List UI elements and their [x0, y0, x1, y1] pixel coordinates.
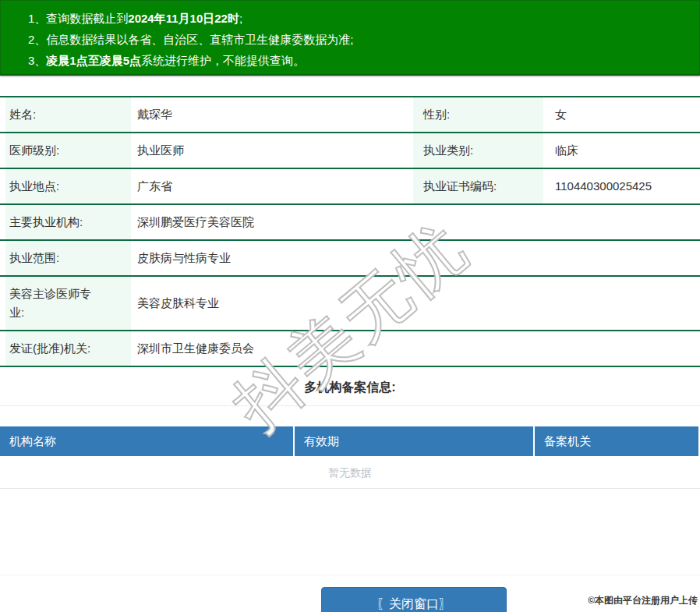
certificate-number-label: 执业证书编码: — [413, 168, 543, 204]
issuing-authority-label: 发证(批准)机关: — [0, 331, 131, 366]
practice-category-label: 执业类别: — [413, 133, 543, 168]
column-header-institution-name: 机构名称 — [0, 426, 295, 456]
main-institution-value: 深圳鹏爱医疗美容医院 — [131, 204, 700, 240]
notice-text: ; — [239, 12, 242, 25]
notice-text: 1、查询数据截止到 — [28, 12, 128, 25]
table-row: 姓名: 戴琛华 性别: 女 — [0, 97, 700, 133]
column-header-validity-period: 有效期 — [295, 426, 535, 456]
notice-line-3: 3、凌晨1点至凌晨5点系统进行维护，不能提供查询。 — [28, 50, 699, 71]
notice-text: 3、 — [28, 54, 46, 67]
notice-banner: 1、查询数据截止到2024年11月10日22时; 2、信息数据结果以各省、自治区… — [0, 0, 700, 76]
gender-value: 女 — [543, 97, 700, 133]
practice-category-value: 临床 — [543, 133, 700, 168]
notice-text: 系统进行维护，不能提供查询。 — [141, 54, 305, 67]
notice-line-2: 2、信息数据结果以各省、自治区、直辖市卫生健康委数据为准; — [28, 29, 699, 50]
practitioner-info-table: 姓名: 戴琛华 性别: 女 医师级别: 执业医师 执业类别: 临床 执业地点: … — [0, 96, 700, 367]
doctor-level-value: 执业医师 — [131, 133, 413, 168]
table-row: 执业地点: 广东省 执业证书编码: 110440300025425 — [0, 168, 700, 204]
beauty-specialty-label: 美容主诊医师专业: — [0, 276, 131, 331]
notice-bold-text: 2024年11月10日22时 — [128, 12, 239, 25]
close-window-button[interactable]: 〖关闭窗口〗 — [321, 587, 507, 612]
name-label: 姓名: — [0, 97, 131, 133]
practice-scope-value: 皮肤病与性病专业 — [131, 240, 700, 276]
table-row: 执业范围: 皮肤病与性病专业 — [0, 240, 700, 276]
empty-data-text: 暂无数据 — [0, 456, 700, 489]
table-row: 主要执业机构: 深圳鹏爱医疗美容医院 — [0, 204, 700, 240]
practice-scope-label: 执业范围: — [0, 240, 131, 276]
table-row: 医师级别: 执业医师 执业类别: 临床 — [0, 133, 700, 168]
footer-divider — [0, 575, 700, 575]
table-row: 美容主诊医师专业: 美容皮肤科专业 — [0, 276, 700, 331]
column-header-filing-authority: 备案机关 — [535, 426, 698, 456]
name-value: 戴琛华 — [131, 97, 413, 133]
issuing-authority-value: 深圳市卫生健康委员会 — [131, 331, 700, 366]
gender-label: 性别: — [413, 97, 543, 133]
notice-line-1: 1、查询数据截止到2024年11月10日22时; — [28, 8, 699, 29]
beauty-specialty-value: 美容皮肤科专业 — [131, 276, 700, 331]
table-row: 发证(批准)机关: 深圳市卫生健康委员会 — [0, 331, 700, 366]
practice-location-label: 执业地点: — [0, 168, 131, 204]
notice-text: 2、信息数据结果以各省、自治区、直辖市卫生健康委数据为准; — [28, 33, 354, 46]
filing-table: 机构名称 有效期 备案机关 暂无数据 — [0, 426, 700, 489]
notice-bold-text: 凌晨1点至凌晨5点 — [46, 54, 141, 67]
practice-location-value: 广东省 — [131, 168, 413, 204]
certificate-number-value: 110440300025425 — [543, 168, 700, 204]
multi-institution-filing-title: 多机构备案信息: — [0, 367, 700, 406]
copyright-text: ©本图由平台注册用户上传 — [588, 594, 698, 607]
main-institution-label: 主要执业机构: — [0, 204, 131, 240]
filing-table-header: 机构名称 有效期 备案机关 — [0, 426, 700, 456]
doctor-level-label: 医师级别: — [0, 133, 131, 168]
